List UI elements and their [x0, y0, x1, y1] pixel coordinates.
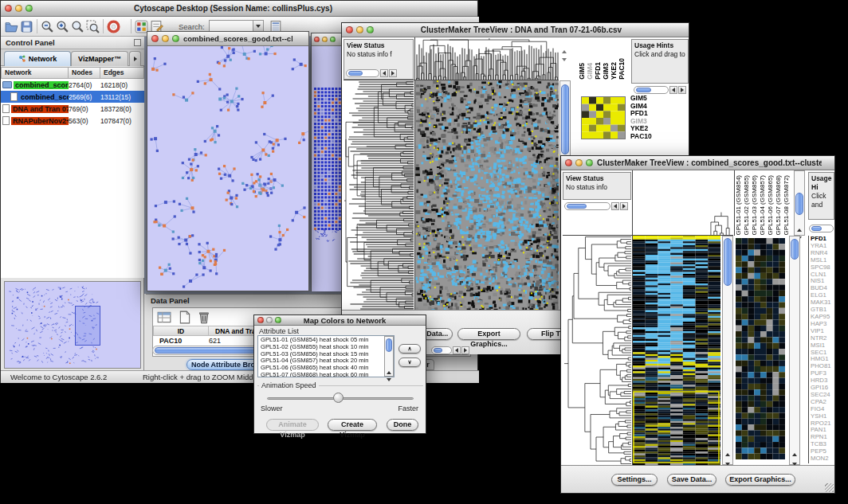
network-table-row[interactable]: DNA and Tran 07 769(0) 183728(0): [1, 103, 144, 115]
column-label[interactable]: GPL51-06 (GSM865): [767, 175, 775, 236]
zoom-window-icon[interactable]: [26, 5, 33, 12]
minimize-icon[interactable]: [322, 37, 328, 42]
column-header-edges[interactable]: Edges: [100, 67, 144, 79]
scroll-thumb[interactable]: [567, 204, 587, 209]
zoom-window-icon[interactable]: [367, 26, 374, 33]
tab-overflow-icon[interactable]: [129, 51, 141, 66]
column-label[interactable]: GPL51-08 (GSM872): [783, 175, 791, 236]
settings-button[interactable]: Settings...: [611, 474, 658, 486]
zoom-window-icon[interactable]: [275, 317, 281, 323]
birdseye-viewport-rect[interactable]: [75, 306, 100, 346]
zoom-window-icon[interactable]: [586, 159, 593, 166]
treeview2-heatmap[interactable]: [633, 236, 720, 465]
zoom-in-icon[interactable]: [55, 19, 70, 34]
data-column-id[interactable]: ID: [153, 326, 209, 336]
treeview1-titlebar[interactable]: ClusterMaker TreeView : DNA and Tran 07-…: [342, 23, 689, 37]
move-up-button[interactable]: ∧: [398, 344, 421, 354]
treeview1-status-scrollbar[interactable]: [346, 68, 397, 77]
scroll-left-icon[interactable]: [380, 69, 388, 77]
attribute-list-item[interactable]: GPL51-07 (GSM868) heat shock 60 min: [261, 372, 394, 377]
spinner-down-icon[interactable]: [562, 50, 567, 64]
save-data-button[interactable]: Save Data...: [667, 474, 716, 486]
close-icon[interactable]: [314, 37, 320, 42]
save-icon[interactable]: [19, 19, 34, 34]
column-label[interactable]: GIM5: [578, 63, 586, 80]
treeview2-hints-scrollbar[interactable]: [809, 224, 834, 232]
close-icon[interactable]: [346, 26, 353, 33]
row-label[interactable]: MON2: [809, 455, 834, 463]
minimize-icon[interactable]: [575, 159, 583, 166]
network-table-row[interactable]: combined_sco 2569(6) 13112(15): [1, 91, 144, 103]
scroll-thumb[interactable]: [434, 348, 442, 353]
speed-slider-thumb[interactable]: [333, 393, 344, 403]
row-label[interactable]: PAC10: [630, 133, 678, 141]
column-label[interactable]: YKE2: [610, 62, 618, 80]
help-icon[interactable]: [106, 19, 121, 34]
attribute-list-scrollbar[interactable]: [384, 336, 394, 377]
column-label[interactable]: PAC10: [618, 58, 626, 80]
treeview1-hints-scrollbar[interactable]: [634, 85, 686, 94]
scroll-thumb[interactable]: [791, 239, 799, 260]
minimize-icon[interactable]: [266, 317, 273, 323]
treeview1-summary-heatmap[interactable]: [581, 96, 626, 139]
network-view-titlebar[interactable]: combined_scores_good.txt--cluste...: [147, 32, 308, 46]
done-button[interactable]: Done: [387, 419, 418, 431]
column-label[interactable]: GIM3: [602, 63, 610, 80]
treeview1-row-dendrogram[interactable]: [344, 80, 414, 310]
scroll-thumb[interactable]: [561, 84, 569, 154]
treeview2-collabel-scrollbar[interactable]: [794, 170, 805, 236]
scroll-right-icon[interactable]: [620, 202, 628, 210]
move-down-button[interactable]: ∨: [398, 357, 421, 367]
zoom-fit-icon[interactable]: [70, 19, 85, 34]
minimize-icon[interactable]: [162, 35, 169, 42]
close-icon[interactable]: [151, 35, 159, 42]
treeview2-titlebar[interactable]: ClusterMaker TreeView : combined_scores_…: [561, 156, 834, 170]
zoom-window-icon[interactable]: [172, 35, 179, 42]
scroll-left-icon[interactable]: [669, 86, 677, 94]
export-graphics-button[interactable]: Export Graphics...: [457, 328, 520, 340]
minimize-icon[interactable]: [15, 5, 22, 12]
delete-attribute-icon[interactable]: [196, 310, 211, 325]
network-grid-canvas[interactable]: [312, 46, 343, 291]
scroll-right-icon[interactable]: [389, 69, 397, 77]
treeview1-heatmap[interactable]: [415, 80, 559, 310]
network-table-row[interactable]: RNAPuberNov2+ 563(0) 107847(0): [1, 115, 144, 127]
treeview2-status-scrollbar[interactable]: [564, 201, 628, 210]
close-icon[interactable]: [257, 317, 264, 323]
zoom-selected-icon[interactable]: [85, 19, 100, 34]
column-label[interactable]: GPL51-02 (GSM855): [743, 175, 751, 236]
column-header-network[interactable]: Network: [1, 67, 69, 79]
scroll-thumb[interactable]: [795, 193, 803, 215]
main-titlebar[interactable]: Cytoscape Desktop (Session Name: collins…: [1, 1, 477, 17]
birdseye-view[interactable]: [4, 281, 141, 369]
column-label[interactable]: GPL51-03 (GSM856): [751, 175, 759, 236]
scroll-down-icon[interactable]: [387, 370, 391, 385]
tab-network[interactable]: Network: [4, 51, 71, 66]
scroll-thumb[interactable]: [348, 71, 363, 76]
create-vizmap-button[interactable]: Create Vizmap: [328, 419, 377, 431]
attribute-list[interactable]: GPL51-01 (GSM854) heat shock 05 minGPL51…: [257, 335, 395, 377]
scroll-left-icon[interactable]: [453, 346, 461, 354]
close-icon[interactable]: [5, 5, 12, 12]
zoom-out-icon[interactable]: [40, 19, 55, 34]
scroll-thumb[interactable]: [724, 238, 732, 286]
network-canvas[interactable]: [147, 46, 308, 291]
scroll-right-icon[interactable]: [461, 346, 469, 354]
treeview2-vscrollbar[interactable]: [722, 236, 733, 465]
float-panel-icon[interactable]: [134, 39, 141, 46]
column-header-nodes[interactable]: Nodes: [68, 67, 100, 79]
column-label[interactable]: GPL51-01 (GSM854): [735, 175, 743, 236]
resize-grip[interactable]: [825, 483, 834, 492]
scroll-left-icon[interactable]: [611, 202, 619, 210]
scroll-right-icon[interactable]: [678, 86, 686, 94]
minimize-icon[interactable]: [356, 26, 363, 33]
export-graphics-button[interactable]: Export Graphics...: [725, 474, 795, 486]
column-label[interactable]: PFD1: [594, 62, 602, 80]
treeview2-column-dendrogram[interactable]: [633, 170, 732, 236]
dialog-titlebar[interactable]: Map Colors to Network: [254, 315, 426, 326]
attribute-select-icon[interactable]: [156, 310, 171, 325]
new-attribute-icon[interactable]: [177, 310, 192, 325]
animate-vizmap-button[interactable]: Animate Vizmap: [266, 419, 319, 431]
treeview2-summary-heatmap[interactable]: [736, 238, 785, 459]
tab-vizmapper[interactable]: VizMapper™: [71, 51, 128, 66]
